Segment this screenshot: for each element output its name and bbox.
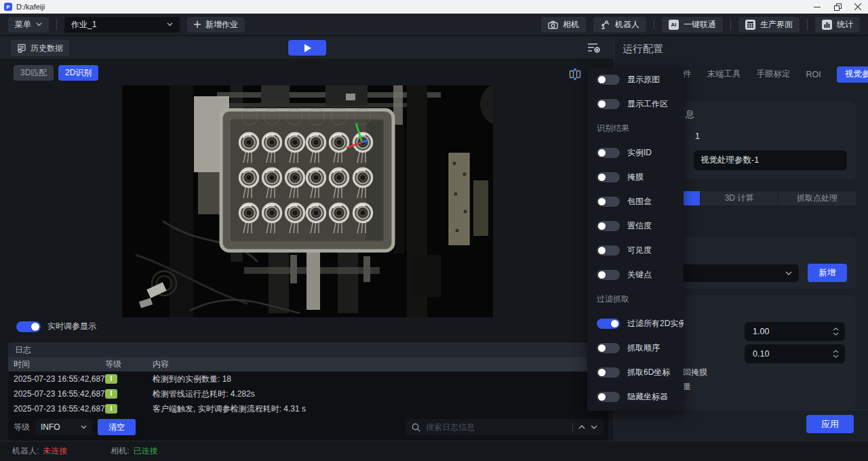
apply-button[interactable]: 应用 — [806, 415, 854, 433]
popup-toggle-label: 过滤所有2D实例 — [627, 318, 684, 329]
log-col-time: 时间 — [14, 357, 30, 372]
list-settings-icon — [587, 41, 601, 54]
param-name-input[interactable] — [694, 151, 847, 170]
tab-partial[interactable]: 件 — [683, 68, 692, 80]
log-level-select[interactable]: INFO — [35, 419, 92, 435]
toggle-switch[interactable] — [597, 221, 620, 231]
toolbar-divider — [56, 19, 57, 30]
log-level-value: INFO — [41, 422, 60, 432]
log-row[interactable]: 2025-07-23 16:55:42,687I检测到的实例数量: 18 — [8, 372, 608, 386]
camera-icon — [548, 20, 558, 29]
display-options-button[interactable] — [586, 41, 602, 55]
tab-2d-recognition[interactable]: 2D识别 — [58, 65, 98, 81]
split-view-icon[interactable] — [568, 68, 582, 83]
display-options-popup: 显示原图显示工作区识别结果实例ID掩膜包围盒置信度可见度关键点过滤抓取过滤所有2… — [587, 68, 684, 411]
popup-toggle-label: 关键点 — [627, 269, 652, 281]
search-divider — [572, 423, 573, 431]
job-select[interactable]: 作业_1 — [64, 17, 180, 33]
popup-section-label: 过滤抓取 — [597, 292, 684, 306]
popup-toggle-row: 实例ID — [597, 145, 684, 160]
popup-toggle-label: 置信度 — [627, 220, 652, 232]
chevron-down-icon[interactable] — [591, 425, 597, 429]
popup-toggle-label: 掩膜 — [627, 172, 644, 183]
history-data-label: 历史数据 — [31, 43, 63, 54]
robot-button[interactable]: 机器人 — [593, 17, 646, 33]
subtab-grasp-point[interactable]: 抓取点处理 — [778, 191, 856, 205]
log-filter-row: 等级 INFO 清空 — [14, 419, 136, 435]
tab-roi[interactable]: ROI — [806, 70, 821, 79]
toggle-switch[interactable] — [597, 148, 620, 158]
toggle-switch[interactable] — [597, 245, 620, 256]
toggle-switch[interactable] — [597, 99, 620, 109]
tab-end-tool[interactable]: 末端工具 — [707, 68, 741, 80]
stepper-up-icon[interactable] — [833, 350, 839, 353]
log-content: 客户端触发, 实时调参检测流程耗时: 4.31 s — [153, 401, 306, 416]
menu-label: 菜单 — [15, 19, 31, 31]
toggle-switch[interactable] — [597, 319, 620, 329]
chevron-up-icon[interactable] — [578, 425, 585, 429]
subtab-3d-compute[interactable]: 3D 计算 — [701, 191, 778, 205]
add-job-button[interactable]: 新增作业 — [187, 17, 245, 33]
log-level-badge: I — [105, 389, 117, 399]
stepper-up-icon[interactable] — [833, 327, 839, 331]
run-config-title: 运行配置 — [623, 43, 663, 56]
log-content: 检测管线运行总耗时: 4.282s — [153, 386, 255, 401]
one-key-link-button[interactable]: AI 一键联通 — [662, 17, 723, 33]
toggle-switch[interactable] — [597, 172, 620, 182]
log-row[interactable]: 2025-07-23 16:55:42,687I客户端触发, 实时调参检测流程耗… — [8, 401, 608, 416]
job-select-value: 作业_1 — [71, 19, 96, 31]
popup-toggle-label: 实例ID — [627, 147, 652, 159]
log-search-box[interactable]: 搜索日志信息 — [406, 419, 604, 435]
popup-toggle-row: 抓取顺序 — [597, 340, 684, 355]
add-button[interactable]: 新增 — [808, 264, 847, 282]
maximize-button[interactable] — [827, 0, 848, 14]
toggle-switch[interactable] — [597, 270, 620, 280]
toolbar-divider — [730, 19, 731, 30]
search-icon — [412, 423, 420, 432]
camera-label: 相机 — [563, 19, 579, 31]
stepper-down-icon[interactable] — [833, 355, 839, 358]
mask-label-fragment: 回掩膜 — [683, 367, 707, 378]
toggle-switch[interactable] — [597, 392, 620, 402]
tab-vision-params[interactable]: 视觉参数 — [837, 66, 868, 83]
log-panel: 日志 时间 等级 内容 2025-07-23 16:55:42,687I检测到的… — [8, 342, 608, 441]
info-value: 1 — [695, 132, 700, 141]
toolbar-divider — [807, 19, 808, 30]
camera-button[interactable]: 相机 — [541, 17, 586, 33]
popup-toggle-row: 抓取6D坐标 — [597, 365, 684, 380]
value2: 0.10 — [753, 349, 769, 359]
clear-log-button[interactable]: 清空 — [98, 419, 136, 435]
close-button[interactable] — [848, 0, 868, 14]
statistics-button[interactable]: 统计 — [815, 17, 860, 33]
log-row[interactable]: 2025-07-23 16:55:42,687I检测管线运行总耗时: 4.282… — [8, 386, 608, 401]
stepper-down-icon[interactable] — [833, 332, 839, 336]
popup-section-label: 识别结果 — [597, 121, 684, 136]
production-view-button[interactable]: 生产界面 — [738, 17, 800, 33]
log-col-level: 等级 — [105, 357, 121, 372]
value2-stepper[interactable]: 0.10 — [745, 344, 845, 363]
menu-button[interactable]: 菜单 — [8, 17, 49, 33]
camera-status-value: 已连接 — [134, 445, 158, 457]
tab-3d-match[interactable]: 3D匹配 — [14, 65, 54, 81]
toggle-switch[interactable] — [597, 75, 620, 85]
tab-hand-eye-calibration[interactable]: 手眼标定 — [757, 68, 791, 80]
add-job-label: 新增作业 — [205, 19, 238, 31]
history-data-button[interactable]: 历史数据 — [11, 40, 69, 56]
close-icon — [854, 3, 861, 10]
log-col-content: 内容 — [153, 357, 169, 372]
log-level-badge: I — [105, 404, 117, 414]
log-title: 日志 — [8, 342, 608, 357]
toggle-switch[interactable] — [597, 343, 620, 353]
minimize-button[interactable] — [807, 0, 827, 14]
restore-icon — [834, 3, 842, 11]
toggle-switch[interactable] — [597, 197, 620, 207]
popup-toggle-row: 显示工作区 — [597, 96, 684, 111]
run-button[interactable] — [288, 40, 326, 56]
value1-stepper[interactable]: 1.00 — [745, 322, 845, 341]
toolbar-divider — [654, 19, 654, 30]
title-bar: P D:/kafeiji — [0, 0, 868, 14]
realtime-param-toggle[interactable] — [16, 321, 41, 332]
log-time: 2025-07-23 16:55:42,687 — [14, 401, 105, 416]
toggle-switch[interactable] — [597, 367, 620, 378]
app-logo-icon: P — [4, 3, 12, 11]
